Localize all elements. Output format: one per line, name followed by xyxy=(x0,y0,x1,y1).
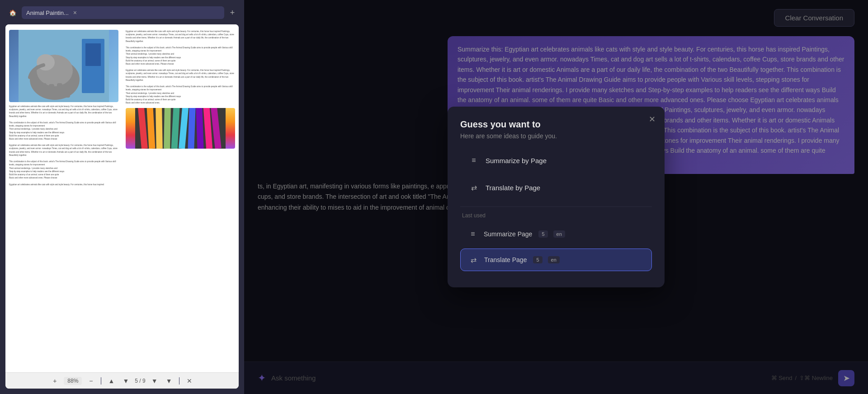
modal-divider xyxy=(460,206,652,207)
pdf-image-top xyxy=(9,30,118,102)
pdf-text-left: Egyptian art celebrates animals like cat… xyxy=(9,105,118,186)
zoom-out-button[interactable]: − xyxy=(85,375,96,386)
close-pdf-button[interactable]: ✕ xyxy=(184,375,195,386)
summarize-by-page-option[interactable]: ≡ Summarize by Page xyxy=(460,149,652,172)
pdf-left-column: Egyptian art celebrates animals like cat… xyxy=(5,24,122,372)
last-used-label: Last used xyxy=(460,212,652,219)
separator xyxy=(101,377,101,385)
pdf-container: Egyptian art celebrates animals like cat… xyxy=(5,24,239,389)
tab-label: Animal Paintin... xyxy=(26,9,69,16)
nav-last-button[interactable]: ▼ xyxy=(164,375,175,386)
svg-rect-6 xyxy=(41,83,47,97)
nav-prev-button[interactable]: ▼ xyxy=(120,375,131,386)
last-used-translate[interactable]: ⇄ Translate Page 5 en xyxy=(460,249,652,271)
summarize-by-page-label: Summarize by Page xyxy=(486,157,547,164)
translate-used-icon: ⇄ xyxy=(467,253,480,266)
translate-page-label: Translate Page xyxy=(484,256,527,263)
tab-bar: 🏠 Animal Paintin... × + xyxy=(5,5,239,20)
pdf-right-column: Egyptian art celebrates animals like cat… xyxy=(122,24,239,372)
add-tab-button[interactable]: + xyxy=(226,6,239,19)
modal-overlay[interactable]: ✕ Guess you want to Here are some ideas … xyxy=(244,0,868,394)
modal-subtitle: Here are some ideas to guide you. xyxy=(460,132,652,140)
zoom-level: 88% xyxy=(64,377,82,385)
summarize-used-icon: ≡ xyxy=(467,228,479,240)
last-used-summarize[interactable]: ≡ Summarize Page 5 en xyxy=(460,223,652,245)
summarize-page-badge-num: 5 xyxy=(538,230,547,238)
pdf-text-right: Egyptian art celebrates animals like cat… xyxy=(126,30,235,104)
svg-rect-8 xyxy=(57,83,62,97)
nav-first-button[interactable]: ▲ xyxy=(106,375,117,386)
pdf-image-bottom xyxy=(126,108,235,149)
chat-panel: Clear Conversation Summarize this: Egypt… xyxy=(244,0,868,394)
nav-next-button[interactable]: ▼ xyxy=(149,375,160,386)
tab-close-button[interactable]: × xyxy=(71,9,79,16)
guess-modal: ✕ Guess you want to Here are some ideas … xyxy=(448,107,665,287)
zoom-in-button[interactable]: + xyxy=(49,375,60,386)
pdf-viewer-panel: 🏠 Animal Paintin... × + xyxy=(0,0,244,394)
separator2 xyxy=(179,377,179,385)
svg-rect-14 xyxy=(164,108,171,149)
translate-page-badge-num: 5 xyxy=(533,256,542,263)
page-indicator: 5 / 9 xyxy=(135,378,145,384)
translate-icon: ⇄ xyxy=(467,181,480,194)
summarize-page-label: Summarize Page xyxy=(484,230,532,238)
home-button[interactable]: 🏠 xyxy=(5,5,20,20)
svg-rect-9 xyxy=(65,84,70,98)
summarize-page-badge-lang: en xyxy=(553,230,565,238)
svg-rect-13 xyxy=(156,108,163,149)
pdf-tab[interactable]: Animal Paintin... × xyxy=(22,6,224,19)
svg-rect-7 xyxy=(49,84,54,98)
summarize-icon: ≡ xyxy=(467,154,480,167)
pdf-toolbar: + 88% − ▲ ▼ 5 / 9 ▼ ▼ ✕ xyxy=(5,372,239,389)
svg-rect-2 xyxy=(85,43,101,66)
translate-by-page-label: Translate by Page xyxy=(486,184,540,192)
translate-page-badge-lang: en xyxy=(548,256,560,263)
translate-by-page-option[interactable]: ⇄ Translate by Page xyxy=(460,176,652,199)
modal-close-button[interactable]: ✕ xyxy=(646,113,658,126)
pdf-page: Egyptian art celebrates animals like cat… xyxy=(5,24,239,372)
modal-title: Guess you want to xyxy=(460,119,652,130)
